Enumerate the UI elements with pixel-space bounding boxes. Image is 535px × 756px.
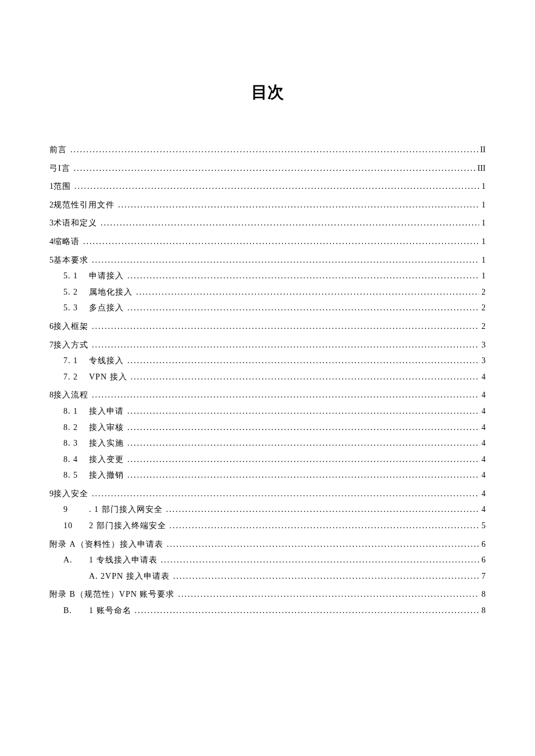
toc-entry-number: 6 <box>49 321 54 332</box>
toc-entry: 2 规范性引用文件 1 <box>49 199 486 211</box>
toc-dots-leader <box>92 321 479 332</box>
toc-entry-page: 6 <box>479 539 486 550</box>
toc-entry-label: 2 部门接入终端安全 <box>89 520 170 532</box>
toc-entry-number: 8 <box>49 389 54 401</box>
toc-entry-page: 4 <box>479 454 486 465</box>
toc-dots-leader <box>127 454 479 465</box>
toc-entry-page: 5 <box>479 520 486 532</box>
toc-entry-number: B. <box>63 605 89 617</box>
toc-entry-page: 1 <box>479 217 486 229</box>
toc-dots-leader <box>70 144 478 156</box>
toc-entry-page: 3 <box>479 355 486 367</box>
toc-entry: 9 . 1 部门接入网安全 4 <box>49 504 486 515</box>
toc-entry-label: 多点接入 <box>89 302 127 314</box>
toc-entry: 3 术语和定义 1 <box>49 217 486 229</box>
toc-entry-label: 接入审核 <box>89 422 127 433</box>
toc-dots-leader <box>74 181 479 192</box>
toc-entry-label: 术语和定义 <box>54 217 101 229</box>
toc-entry-number: 5. 3 <box>63 302 89 314</box>
toc-entry-page: 1 <box>479 199 486 211</box>
toc-entry: 7 接入方式 3 <box>49 339 486 351</box>
toc-entry-label: 接入撤销 <box>89 470 127 481</box>
toc-entry: 8. 4 接入变更 4 <box>49 454 486 465</box>
toc-entry: 7. 1 专线接入 3 <box>49 355 486 367</box>
toc-entry: A. 1 专线接入申请表 6 <box>49 554 486 566</box>
toc-entry-label: 基本要求 <box>54 255 92 266</box>
toc-entry-number: 7. 2 <box>63 371 89 383</box>
toc-entry: 7. 2 VPN 接入 4 <box>49 371 486 383</box>
toc-entry-page: 4 <box>479 371 486 383</box>
toc-entry-page: 4 <box>479 422 486 433</box>
toc-entry-number: 7. 1 <box>63 355 89 367</box>
toc-dots-leader <box>135 605 480 617</box>
toc-entry: 10 2 部门接入终端安全 5 <box>49 520 486 532</box>
toc-dots-leader <box>74 163 475 174</box>
toc-entry-page: 1 <box>479 255 486 266</box>
toc-entry-page: 1 <box>479 181 486 192</box>
toc-dots-leader <box>101 217 479 229</box>
toc-entry: 8. 1 接入申请 4 <box>49 406 486 417</box>
toc-entry-number: 9 <box>63 504 89 515</box>
toc-dots-leader <box>170 520 480 532</box>
toc-entry: 8. 2 接入审核 4 <box>49 422 486 433</box>
toc-entry-label: VPN 接入 <box>89 371 131 383</box>
toc-dots-leader <box>83 236 479 248</box>
toc-entry: A. 2VPN 接入申请表 7 <box>49 571 486 582</box>
toc-dots-leader <box>136 286 479 298</box>
toc-dots-leader <box>127 302 479 314</box>
toc-dots-leader <box>127 422 479 433</box>
toc-entry-label: 申请接入 <box>89 270 127 282</box>
toc-entry-number: 9 <box>49 488 54 500</box>
toc-entry-number: 3 <box>49 217 54 229</box>
toc-dots-leader <box>92 255 479 266</box>
toc-entry: 附录 B（规范性）VPN 账号要求 8 <box>49 589 486 600</box>
toc-entry-number: 8. 4 <box>63 454 89 465</box>
toc-entry: 5 基本要求 1 <box>49 255 486 266</box>
toc-entry-label: 接入安全 <box>54 488 92 500</box>
toc-entry-number: 5. 1 <box>63 270 89 282</box>
toc-dots-leader <box>127 355 479 367</box>
toc-entry-page: 4 <box>479 406 486 417</box>
table-of-contents: 前言 II弓I言 III1 范围 12 规范性引用文件 13 术语和定义 14 … <box>49 144 486 617</box>
toc-entry-page: 4 <box>479 438 486 449</box>
toc-entry-label: 附录 A（资料性）接入申请表 <box>49 539 167 550</box>
toc-entry-label: 范围 <box>54 181 74 192</box>
toc-entry: 5. 2 属地化接入 2 <box>49 286 486 298</box>
page-title: 目次 <box>49 81 486 103</box>
toc-entry: 1 范围 1 <box>49 181 486 192</box>
toc-entry: 9 接入安全 4 <box>49 488 486 500</box>
toc-entry-number: 8. 3 <box>63 438 89 449</box>
toc-dots-leader <box>127 406 479 417</box>
toc-entry-label: A. 2VPN 接入申请表 <box>89 571 173 582</box>
toc-entry-label: 接入变更 <box>89 454 127 465</box>
toc-entry-label: 接入申请 <box>89 406 127 417</box>
toc-entry-number: 4 <box>49 236 54 248</box>
toc-dots-leader <box>118 199 479 211</box>
toc-dots-leader <box>127 470 479 481</box>
toc-entry-label: . 1 部门接入网安全 <box>89 504 166 515</box>
toc-entry-label: 规范性引用文件 <box>54 199 118 211</box>
toc-dots-leader <box>92 389 479 401</box>
toc-entry-number: 8. 1 <box>63 406 89 417</box>
toc-entry-page: 4 <box>479 389 486 401</box>
toc-dots-leader <box>178 589 479 600</box>
toc-entry-page: 8 <box>479 605 486 617</box>
toc-entry-label: 前言 <box>49 144 70 156</box>
toc-entry-number: 5 <box>49 255 54 266</box>
toc-entry-page: II <box>478 144 486 156</box>
toc-entry-number: 7 <box>49 339 54 351</box>
toc-entry-label: 1 账号命名 <box>89 605 135 617</box>
toc-dots-leader <box>127 270 479 282</box>
toc-entry-page: III <box>475 163 486 174</box>
toc-entry: 4 缩略语 1 <box>49 236 486 248</box>
toc-entry-label: 接入方式 <box>54 339 92 351</box>
toc-entry-label: 附录 B（规范性）VPN 账号要求 <box>49 589 178 600</box>
toc-entry-label: 属地化接入 <box>89 286 136 298</box>
toc-entry-page: 2 <box>479 321 486 332</box>
toc-dots-leader <box>127 438 479 449</box>
toc-dots-leader <box>166 504 480 515</box>
toc-entry: 前言 II <box>49 144 486 156</box>
toc-entry: 8. 5 接入撤销 4 <box>49 470 486 481</box>
document-page: 目次 前言 II弓I言 III1 范围 12 规范性引用文件 13 术语和定义 … <box>0 0 535 617</box>
toc-dots-leader <box>92 339 479 351</box>
